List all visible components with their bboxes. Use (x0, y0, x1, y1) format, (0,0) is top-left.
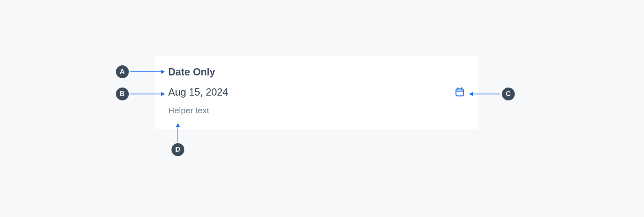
callout-badge-c: C (502, 88, 515, 100)
calendar-icon (454, 87, 465, 97)
datepicker-value-row: Aug 15, 2024 (168, 86, 465, 98)
datepicker-helper-text: Helper text (168, 105, 465, 115)
datepicker-card: Date Only Aug 15, 2024 Helper text (155, 56, 478, 129)
callout-badge-b: B (116, 88, 129, 100)
callout-badge-d: D (171, 143, 184, 156)
datepicker-value[interactable]: Aug 15, 2024 (168, 86, 228, 98)
datepicker-label: Date Only (168, 66, 465, 78)
diagram-stage: Date Only Aug 15, 2024 Helper text A B C (0, 0, 644, 217)
callout-badge-a: A (116, 65, 129, 78)
svg-rect-0 (456, 89, 463, 96)
calendar-icon-button[interactable] (454, 86, 465, 98)
